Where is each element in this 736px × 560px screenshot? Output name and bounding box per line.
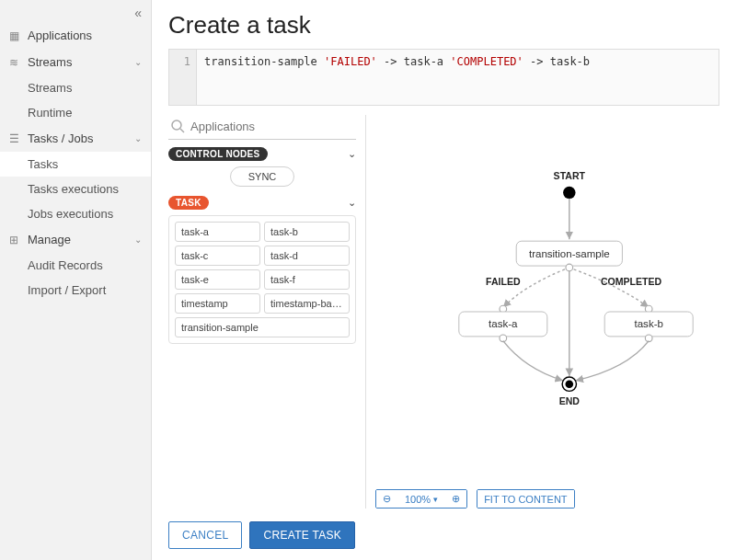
- nav-item-tasks[interactable]: Tasks: [0, 152, 151, 177]
- palette-item-task-f[interactable]: task-f: [264, 269, 350, 290]
- editor-gutter: 1: [169, 50, 197, 105]
- nav-item-tasks-executions[interactable]: Tasks executions: [0, 177, 151, 201]
- palette-item-task-b[interactable]: task-b: [264, 222, 350, 242]
- start-node[interactable]: [563, 187, 575, 199]
- manage-icon: ⊞: [9, 234, 22, 246]
- task-header[interactable]: TASK ⌄: [168, 196, 356, 210]
- end-node-inner: [565, 380, 573, 388]
- search-icon: [170, 119, 185, 133]
- node-label: task-a: [489, 318, 518, 329]
- nav-manage[interactable]: ⊞ Manage ⌄: [0, 226, 151, 253]
- edge-label-completed: COMPLETED: [601, 276, 662, 287]
- svg-point-0: [172, 120, 181, 130]
- control-nodes-header[interactable]: CONTROL NODES ⌄: [168, 147, 356, 161]
- palette-item-timestamp[interactable]: timestamp: [175, 293, 260, 314]
- create-task-button[interactable]: CREATE TASK: [249, 521, 355, 549]
- editor-code[interactable]: transition-sample 'FAILED' -> task-a 'CO…: [197, 50, 597, 105]
- sidebar-collapse-icon[interactable]: «: [0, 4, 151, 22]
- task-badge: TASK: [168, 196, 209, 210]
- nav-item-jobs-executions[interactable]: Jobs executions: [0, 201, 151, 226]
- workarea: CONTROL NODES ⌄ SYNC TASK ⌄ task-a task-…: [168, 115, 719, 509]
- nav-item-runtime[interactable]: Runtime: [0, 100, 151, 125]
- chevron-down-icon[interactable]: ⌄: [348, 148, 356, 160]
- nav-label: Streams: [28, 55, 72, 69]
- grid-icon: ▦: [9, 29, 22, 42]
- port-icon[interactable]: [645, 335, 652, 342]
- palette-item-task-d[interactable]: task-d: [264, 246, 350, 266]
- graph-canvas[interactable]: START transition-sample FAILED COMPLETED: [366, 115, 719, 509]
- footer: CANCEL CREATE TASK: [168, 509, 719, 549]
- palette-item-transition-sample[interactable]: transition-sample: [175, 317, 350, 337]
- edge-label-failed: FAILED: [486, 276, 521, 287]
- edge-ts-task-a: [503, 269, 565, 307]
- port-icon[interactable]: [500, 335, 507, 342]
- dsl-editor[interactable]: 1 transition-sample 'FAILED' -> task-a '…: [168, 49, 719, 106]
- edge-task-a-end: [503, 341, 563, 381]
- nav-item-import-export[interactable]: Import / Export: [0, 278, 151, 303]
- chevron-down-icon: ⌄: [134, 57, 142, 67]
- chevron-down-icon: ⌄: [134, 133, 142, 143]
- stream-icon: ≋: [9, 56, 22, 69]
- nav-label: Applications: [28, 29, 92, 42]
- cancel-button[interactable]: CANCEL: [168, 521, 242, 549]
- nav-label: Manage: [28, 233, 71, 246]
- chevron-down-icon[interactable]: ⌄: [348, 197, 356, 209]
- palette-item-task-c[interactable]: task-c: [175, 246, 260, 266]
- node-label: task-b: [635, 318, 663, 329]
- task-grid: task-a task-b task-c task-d task-e task-…: [168, 215, 356, 344]
- zoom-bar: ⊖ 100%▾ ⊕ FIT TO CONTENT: [375, 489, 575, 509]
- svg-line-1: [180, 129, 184, 132]
- tasks-icon: ☰: [9, 132, 22, 145]
- node-label: transition-sample: [529, 248, 610, 259]
- chevron-down-icon: ▾: [433, 495, 438, 504]
- main-content: Create a task 1 transition-sample 'FAILE…: [152, 0, 736, 560]
- end-label: END: [559, 395, 581, 406]
- palette-item-task-e[interactable]: task-e: [175, 269, 260, 290]
- sidebar: « ▦ Applications ≋ Streams ⌄ Streams Run…: [0, 0, 152, 560]
- edge-task-b-end: [576, 341, 650, 381]
- palette-item-sync[interactable]: SYNC: [230, 166, 294, 187]
- palette-item-timestamp-batch[interactable]: timestamp-batch: [264, 293, 350, 314]
- graph-svg: START transition-sample FAILED COMPLETED: [366, 115, 719, 509]
- palette: CONTROL NODES ⌄ SYNC TASK ⌄ task-a task-…: [168, 115, 366, 509]
- nav-streams[interactable]: ≋ Streams ⌄: [0, 49, 151, 75]
- nav-applications[interactable]: ▦ Applications: [0, 22, 151, 49]
- zoom-out-button[interactable]: ⊖: [376, 490, 397, 508]
- zoom-in-button[interactable]: ⊕: [445, 490, 466, 508]
- search-input[interactable]: [190, 120, 354, 133]
- port-icon[interactable]: [566, 264, 573, 271]
- control-nodes-badge: CONTROL NODES: [168, 147, 268, 161]
- nav-tasks-jobs[interactable]: ☰ Tasks / Jobs ⌄: [0, 125, 151, 152]
- nav-label: Tasks / Jobs: [28, 131, 94, 145]
- zoom-level[interactable]: 100%▾: [397, 490, 445, 508]
- fit-to-content-button[interactable]: FIT TO CONTENT: [477, 490, 573, 508]
- palette-item-task-a[interactable]: task-a: [175, 222, 260, 242]
- nav-item-streams[interactable]: Streams: [0, 75, 151, 100]
- chevron-down-icon: ⌄: [134, 234, 142, 245]
- edge-ts-task-b: [574, 269, 650, 307]
- start-label: START: [554, 170, 586, 181]
- palette-search[interactable]: [168, 115, 356, 140]
- nav-item-audit-records[interactable]: Audit Records: [0, 253, 151, 278]
- page-title: Create a task: [168, 11, 719, 40]
